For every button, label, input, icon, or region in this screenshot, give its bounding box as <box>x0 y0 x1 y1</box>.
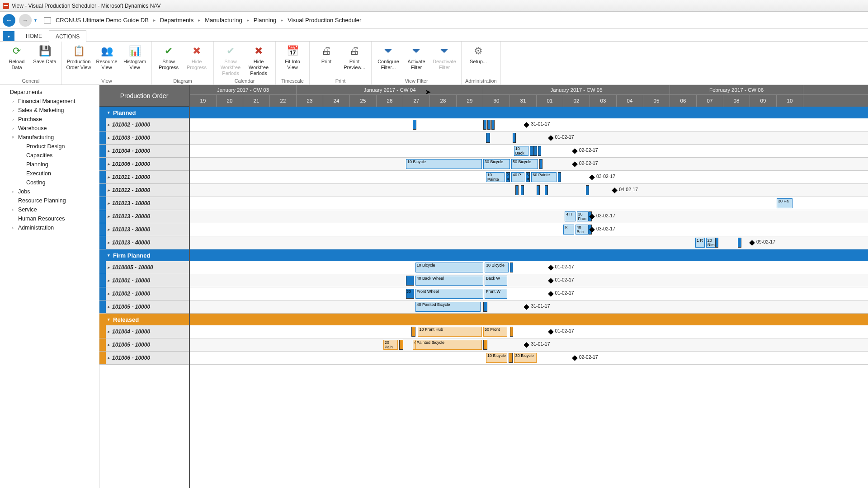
gantt-task[interactable]: 30 Bicycle <box>485 263 509 272</box>
nav-item-planning[interactable]: Planning <box>0 160 99 169</box>
gantt-row[interactable]: 10 Back02-02-17 <box>190 145 868 158</box>
gantt-task[interactable] <box>738 238 741 248</box>
order-row-label[interactable]: ▸101013 - 30000 <box>99 223 189 236</box>
ribbon-btn-histogram-view[interactable]: 📊Histogram View <box>122 43 148 70</box>
milestone-diamond[interactable] <box>589 174 595 180</box>
milestone-diamond[interactable] <box>524 122 530 128</box>
gantt-timeline[interactable]: January 2017 - CW 03January 2017 - CW 04… <box>190 85 868 488</box>
gantt-row[interactable]: 01-02-17 <box>190 131 868 145</box>
back-button[interactable]: ← <box>3 14 15 27</box>
gantt-task[interactable] <box>537 185 540 195</box>
gantt-task[interactable] <box>521 185 524 195</box>
milestone-diamond[interactable] <box>548 278 554 284</box>
gantt-task[interactable] <box>487 120 491 130</box>
gantt-group-planned[interactable]: ▾Planned <box>99 107 189 118</box>
nav-item-execution[interactable]: Execution <box>0 169 99 178</box>
milestone-diamond[interactable] <box>749 240 755 246</box>
order-row-label[interactable]: ▸101005 - 10000 <box>99 300 189 314</box>
gantt-group-released[interactable]: ▾Released <box>99 314 189 325</box>
gantt-task[interactable] <box>491 120 495 130</box>
order-row-label[interactable]: ▸101006 - 10000 <box>99 158 189 171</box>
gantt-task[interactable]: Back W <box>485 276 507 286</box>
order-row-label[interactable]: ▸1010005 - 10000 <box>99 261 189 274</box>
gantt-task[interactable]: 60 Painte <box>531 172 557 182</box>
gantt-row[interactable]: 40 Painted Bicycle31-01-17 <box>190 300 868 314</box>
gantt-task[interactable] <box>406 276 414 286</box>
breadcrumb-item[interactable]: Planning <box>254 17 277 23</box>
gantt-task[interactable] <box>509 353 513 363</box>
gantt-row[interactable]: 31-01-17 <box>190 118 868 131</box>
gantt-task[interactable]: 10 Bicycle <box>415 263 483 272</box>
gantt-task[interactable]: 30 Bicycle <box>514 353 537 363</box>
milestone-diamond[interactable] <box>524 342 530 348</box>
nav-item-purchase[interactable]: ▹Purchase <box>0 115 99 124</box>
gantt-task[interactable] <box>513 133 516 143</box>
gantt-row[interactable]: 4 R30 Fron03-02-17 <box>190 210 868 223</box>
ribbon-btn-show-progress[interactable]: ✔Show Progress <box>156 43 182 70</box>
nav-item-capacities[interactable]: Capacities <box>0 151 99 160</box>
gantt-task[interactable]: 5 P <box>526 172 530 182</box>
nav-item-service[interactable]: ▹Service <box>0 205 99 214</box>
nav-item-human-resources[interactable]: Human Resources <box>0 214 99 223</box>
milestone-diamond[interactable] <box>548 291 554 297</box>
gantt-task[interactable]: 40 Painted Bicycle <box>415 302 481 312</box>
gantt-task[interactable]: 10 Back <box>514 146 528 156</box>
gantt-task[interactable]: 30 Fron <box>577 211 589 221</box>
ribbon-btn-production-order-view[interactable]: 📋Production Order View <box>66 43 92 70</box>
milestone-diamond[interactable] <box>548 329 554 335</box>
ribbon-btn-setup-[interactable]: ⚙Setup... <box>465 43 491 65</box>
ribbon-btn-activate-filter[interactable]: ⏷Activate Filter <box>403 43 429 70</box>
gantt-task[interactable] <box>530 146 534 156</box>
nav-item-warehouse[interactable]: ▹Warehouse <box>0 124 99 133</box>
nav-item-product-design[interactable]: Product Design <box>0 142 99 151</box>
nav-item-departments[interactable]: Departments <box>0 88 99 97</box>
gantt-task[interactable] <box>538 146 541 156</box>
order-row-label[interactable]: ▸101012 - 10000 <box>99 184 189 197</box>
nav-item-administration[interactable]: ▹Administration <box>0 223 99 232</box>
ribbon-app-menu[interactable]: ▾ <box>3 31 14 41</box>
gantt-row[interactable]: 30Front WheelFront W01-02-17 <box>190 287 868 300</box>
ribbon-btn-fit-into-view[interactable]: 📅Fit Into View <box>279 43 306 70</box>
gantt-task[interactable]: 10 Painte <box>486 172 505 182</box>
order-row-label[interactable]: ▸101013 - 20000 <box>99 210 189 223</box>
gantt-row[interactable]: 10 Bicycle30 Bicycle02-02-17 <box>190 352 868 365</box>
milestone-diamond[interactable] <box>572 148 578 154</box>
gantt-task[interactable]: 30 <box>406 289 414 299</box>
gantt-task[interactable]: 30 Pa <box>777 198 793 208</box>
gantt-task[interactable]: 40 P <box>511 172 525 182</box>
gantt-task[interactable] <box>413 120 417 130</box>
gantt-row[interactable]: 1 R20 Rim09-02-17 <box>190 236 868 249</box>
gantt-task[interactable]: 1 R <box>695 238 705 248</box>
order-row-label[interactable]: ▸101006 - 10000 <box>99 352 189 365</box>
gantt-body[interactable]: Work Date31-01-1701-02-1710 Back02-02-17… <box>190 107 868 365</box>
gantt-task[interactable] <box>510 327 513 337</box>
gantt-task[interactable]: 50 Bicycle <box>511 159 538 169</box>
gantt-task[interactable]: 10 Bicycle <box>486 353 507 363</box>
order-row-label[interactable]: ▸101001 - 10000 <box>99 274 189 287</box>
ribbon-btn-save-data[interactable]: 💾Save Data <box>32 43 58 65</box>
order-row-label[interactable]: ▸101004 - 10000 <box>99 325 189 338</box>
milestone-diamond[interactable] <box>612 188 618 193</box>
gantt-task[interactable]: 20 Pain <box>383 340 398 350</box>
gantt-row[interactable]: 10 Bicycle30 Bicycle50 Bicycle02-02-17 <box>190 158 868 171</box>
order-row-label[interactable]: ▸101013 - 40000 <box>99 236 189 249</box>
nav-item-manufacturing[interactable]: ▿Manufacturing <box>0 133 99 142</box>
gantt-task[interactable] <box>483 340 487 350</box>
milestone-diamond[interactable] <box>548 265 554 271</box>
gantt-row[interactable]: 10 Front Hub50 Front01-02-17 <box>190 325 868 338</box>
gantt-task[interactable] <box>411 327 415 337</box>
order-row-label[interactable]: ▸101013 - 10000 <box>99 197 189 210</box>
gantt-task[interactable] <box>545 185 548 195</box>
gantt-task[interactable] <box>515 185 519 195</box>
order-row-label[interactable]: ▸101004 - 10000 <box>99 145 189 158</box>
gantt-task[interactable] <box>586 185 589 195</box>
order-row-label[interactable]: ▸101002 - 10000 <box>99 287 189 300</box>
gantt-task[interactable] <box>715 238 718 248</box>
gantt-task[interactable]: 20 Rim <box>706 238 716 248</box>
milestone-diamond[interactable] <box>572 355 578 361</box>
milestone-diamond[interactable] <box>524 304 530 310</box>
ribbon-btn-configure-filter-[interactable]: ⏷Configure Filter... <box>375 43 401 70</box>
gantt-row[interactable]: 10 Painte2 P40 P5 P60 Painte03-02-17 <box>190 171 868 184</box>
breadcrumb-item[interactable]: Manufacturing <box>205 17 242 23</box>
ribbon-btn-print-preview-[interactable]: 🖨Print Preview... <box>341 43 368 70</box>
